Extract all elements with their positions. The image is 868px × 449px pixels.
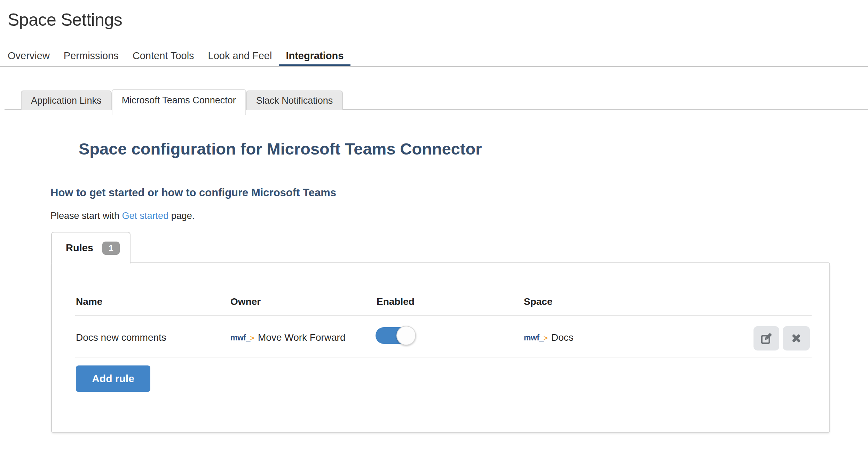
table-row-divider — [75, 357, 812, 357]
column-header-name: Name — [76, 296, 102, 307]
page-title: Space Settings — [8, 10, 122, 30]
rules-panel: Name Owner Enabled Space Docs new commen… — [51, 262, 830, 433]
rules-tab-label: Rules — [66, 242, 93, 254]
intro-prefix: Please start with — [50, 211, 122, 221]
rules-tab[interactable]: Rules 1 — [51, 232, 131, 263]
rule-space: Docs — [551, 332, 574, 343]
rules-count-badge: 1 — [102, 242, 120, 255]
tab-overview[interactable]: Overview — [8, 47, 50, 67]
rule-name: Docs new comments — [76, 332, 166, 343]
rule-space-cell: mwf_> Docs — [524, 329, 574, 346]
section-heading: Space configuration for Microsoft Teams … — [79, 139, 482, 159]
tab-slack-notifications[interactable]: Slack Notifications — [246, 90, 343, 110]
x-icon — [790, 332, 802, 344]
column-header-owner: Owner — [230, 296, 261, 307]
column-header-enabled: Enabled — [377, 296, 415, 307]
tab-permissions[interactable]: Permissions — [64, 47, 119, 67]
main-tabs: Overview Permissions Content Tools Look … — [8, 47, 357, 67]
tab-look-and-feel[interactable]: Look and Feel — [208, 47, 272, 67]
delete-rule-button[interactable] — [783, 326, 810, 350]
add-rule-button[interactable]: Add rule — [76, 365, 150, 392]
table-header-divider — [75, 315, 812, 316]
howto-heading: How to get started or how to configure M… — [50, 186, 336, 200]
mwf-logo: mwf_> — [524, 333, 547, 342]
tab-content-tools[interactable]: Content Tools — [133, 47, 194, 67]
edit-icon — [760, 332, 773, 345]
mwf-logo: mwf_> — [230, 333, 254, 342]
rule-owner: Move Work Forward — [258, 332, 346, 343]
rule-owner-cell: mwf_> Move Work Forward — [230, 329, 346, 346]
column-header-space: Space — [524, 296, 553, 307]
connector-tabs: Application Links Microsoft Teams Connec… — [21, 89, 343, 115]
header-divider — [0, 66, 868, 67]
get-started-link[interactable]: Get started — [122, 211, 169, 221]
rule-name-cell: Docs new comments — [76, 329, 166, 346]
intro-text: Please start with Get started page. — [50, 209, 195, 223]
tab-integrations[interactable]: Integrations — [286, 47, 344, 67]
tab-microsoft-teams-connector[interactable]: Microsoft Teams Connector — [112, 89, 246, 115]
toggle-knob — [396, 326, 416, 345]
enabled-toggle[interactable] — [376, 327, 415, 344]
edit-rule-button[interactable] — [753, 326, 779, 350]
tab-application-links[interactable]: Application Links — [21, 90, 112, 110]
intro-suffix: page. — [168, 211, 195, 221]
